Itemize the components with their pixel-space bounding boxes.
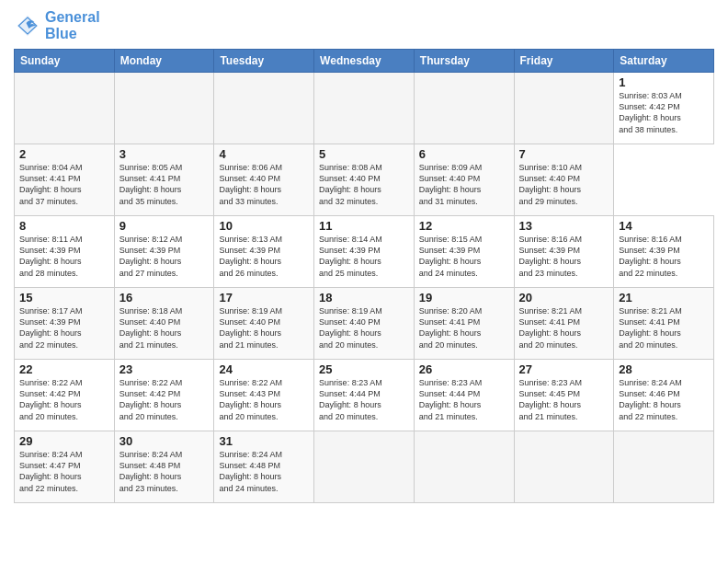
calendar-cell-day: 26Sunrise: 8:23 AMSunset: 4:44 PMDayligh… xyxy=(414,360,514,431)
day-info: Sunrise: 8:24 AMSunset: 4:46 PMDaylight:… xyxy=(619,377,709,422)
day-info: Sunrise: 8:24 AMSunset: 4:48 PMDaylight:… xyxy=(219,449,309,494)
logo-text: General Blue xyxy=(45,9,100,41)
day-number: 14 xyxy=(619,219,709,233)
day-info: Sunrise: 8:05 AMSunset: 4:41 PMDaylight:… xyxy=(119,162,210,207)
day-number: 15 xyxy=(19,291,109,304)
day-info: Sunrise: 8:24 AMSunset: 4:47 PMDaylight:… xyxy=(19,449,109,494)
calendar-cell-day: 31Sunrise: 8:24 AMSunset: 4:48 PMDayligh… xyxy=(214,431,314,503)
calendar-cell-day: 8Sunrise: 8:11 AMSunset: 4:39 PMDaylight… xyxy=(15,216,115,288)
calendar-table: SundayMondayTuesdayWednesdayThursdayFrid… xyxy=(14,49,714,503)
day-info: Sunrise: 8:11 AMSunset: 4:39 PMDaylight:… xyxy=(19,234,109,279)
calendar-cell-empty xyxy=(15,73,115,144)
day-number: 30 xyxy=(119,434,210,448)
day-number: 12 xyxy=(419,219,509,233)
calendar-week-row: 29Sunrise: 8:24 AMSunset: 4:47 PMDayligh… xyxy=(15,431,714,503)
calendar-cell-day: 21Sunrise: 8:21 AMSunset: 4:41 PMDayligh… xyxy=(614,288,714,360)
calendar-cell-empty xyxy=(214,73,314,144)
calendar-cell-day: 4Sunrise: 8:06 AMSunset: 4:40 PMDaylight… xyxy=(214,144,314,216)
calendar-week-row: 15Sunrise: 8:17 AMSunset: 4:39 PMDayligh… xyxy=(15,288,714,360)
calendar-cell-day: 30Sunrise: 8:24 AMSunset: 4:48 PMDayligh… xyxy=(114,431,214,503)
page-header: General Blue xyxy=(14,9,714,41)
day-number: 27 xyxy=(519,362,609,376)
calendar-cell-day: 27Sunrise: 8:23 AMSunset: 4:45 PMDayligh… xyxy=(514,360,614,431)
calendar-cell-day: 2Sunrise: 8:04 AMSunset: 4:41 PMDaylight… xyxy=(15,144,115,216)
day-number: 29 xyxy=(19,434,109,448)
calendar-cell-day: 10Sunrise: 8:13 AMSunset: 4:39 PMDayligh… xyxy=(214,216,314,288)
calendar-header-friday: Friday xyxy=(514,50,614,73)
day-number: 11 xyxy=(319,219,409,233)
calendar-header-monday: Monday xyxy=(114,50,214,73)
calendar-header-wednesday: Wednesday xyxy=(314,50,415,73)
day-number: 2 xyxy=(19,147,109,161)
calendar-cell-empty xyxy=(314,431,415,503)
day-info: Sunrise: 8:21 AMSunset: 4:41 PMDaylight:… xyxy=(519,305,609,350)
calendar-header-sunday: Sunday xyxy=(15,50,115,73)
day-number: 3 xyxy=(119,147,210,161)
day-info: Sunrise: 8:06 AMSunset: 4:40 PMDaylight:… xyxy=(219,162,309,207)
calendar-header-saturday: Saturday xyxy=(614,50,714,73)
day-info: Sunrise: 8:14 AMSunset: 4:39 PMDaylight:… xyxy=(319,234,409,279)
day-info: Sunrise: 8:17 AMSunset: 4:39 PMDaylight:… xyxy=(19,305,109,350)
day-number: 1 xyxy=(619,75,709,89)
calendar-cell-day: 25Sunrise: 8:23 AMSunset: 4:44 PMDayligh… xyxy=(314,360,415,431)
day-info: Sunrise: 8:24 AMSunset: 4:48 PMDaylight:… xyxy=(119,449,210,494)
calendar-week-row: 1Sunrise: 8:03 AMSunset: 4:42 PMDaylight… xyxy=(15,73,714,144)
day-number: 23 xyxy=(119,362,210,376)
calendar-cell-day: 15Sunrise: 8:17 AMSunset: 4:39 PMDayligh… xyxy=(15,288,115,360)
calendar-cell-empty xyxy=(514,431,614,503)
day-info: Sunrise: 8:23 AMSunset: 4:44 PMDaylight:… xyxy=(419,377,509,422)
day-info: Sunrise: 8:18 AMSunset: 4:40 PMDaylight:… xyxy=(119,305,210,350)
day-info: Sunrise: 8:23 AMSunset: 4:44 PMDaylight:… xyxy=(319,377,409,422)
calendar-cell-day: 19Sunrise: 8:20 AMSunset: 4:41 PMDayligh… xyxy=(414,288,514,360)
day-number: 31 xyxy=(219,434,309,448)
calendar-cell-empty xyxy=(414,431,514,503)
day-info: Sunrise: 8:16 AMSunset: 4:39 PMDaylight:… xyxy=(519,234,609,279)
calendar-cell-empty xyxy=(314,73,415,144)
calendar-header-thursday: Thursday xyxy=(414,50,514,73)
calendar-cell-day: 1Sunrise: 8:03 AMSunset: 4:42 PMDaylight… xyxy=(614,73,714,144)
day-info: Sunrise: 8:19 AMSunset: 4:40 PMDaylight:… xyxy=(219,305,309,350)
calendar-cell-day: 17Sunrise: 8:19 AMSunset: 4:40 PMDayligh… xyxy=(214,288,314,360)
day-info: Sunrise: 8:22 AMSunset: 4:42 PMDaylight:… xyxy=(119,377,210,422)
day-number: 20 xyxy=(519,291,609,304)
calendar-cell-day: 18Sunrise: 8:19 AMSunset: 4:40 PMDayligh… xyxy=(314,288,415,360)
calendar-cell-day: 13Sunrise: 8:16 AMSunset: 4:39 PMDayligh… xyxy=(514,216,614,288)
calendar-cell-day: 22Sunrise: 8:22 AMSunset: 4:42 PMDayligh… xyxy=(15,360,115,431)
day-number: 26 xyxy=(419,362,509,376)
calendar-cell-day: 3Sunrise: 8:05 AMSunset: 4:41 PMDaylight… xyxy=(114,144,214,216)
day-info: Sunrise: 8:22 AMSunset: 4:42 PMDaylight:… xyxy=(19,377,109,422)
calendar-cell-day: 11Sunrise: 8:14 AMSunset: 4:39 PMDayligh… xyxy=(314,216,415,288)
calendar-cell-day: 6Sunrise: 8:09 AMSunset: 4:40 PMDaylight… xyxy=(414,144,514,216)
day-number: 4 xyxy=(219,147,309,161)
calendar-cell-day: 16Sunrise: 8:18 AMSunset: 4:40 PMDayligh… xyxy=(114,288,214,360)
page-container: General Blue SundayMondayTuesdayWednesda… xyxy=(0,0,728,512)
day-number: 8 xyxy=(19,219,109,233)
logo: General Blue xyxy=(14,9,100,41)
calendar-cell-day: 14Sunrise: 8:16 AMSunset: 4:39 PMDayligh… xyxy=(614,216,714,288)
calendar-cell-day: 5Sunrise: 8:08 AMSunset: 4:40 PMDaylight… xyxy=(314,144,415,216)
calendar-cell-day: 28Sunrise: 8:24 AMSunset: 4:46 PMDayligh… xyxy=(614,360,714,431)
day-info: Sunrise: 8:21 AMSunset: 4:41 PMDaylight:… xyxy=(619,305,709,350)
day-number: 6 xyxy=(419,147,509,161)
day-number: 10 xyxy=(219,219,309,233)
calendar-cell-day: 24Sunrise: 8:22 AMSunset: 4:43 PMDayligh… xyxy=(214,360,314,431)
day-info: Sunrise: 8:22 AMSunset: 4:43 PMDaylight:… xyxy=(219,377,309,422)
day-info: Sunrise: 8:10 AMSunset: 4:40 PMDaylight:… xyxy=(519,162,609,207)
day-number: 19 xyxy=(419,291,509,304)
logo-icon xyxy=(14,12,41,40)
day-info: Sunrise: 8:13 AMSunset: 4:39 PMDaylight:… xyxy=(219,234,309,279)
calendar-cell-day: 23Sunrise: 8:22 AMSunset: 4:42 PMDayligh… xyxy=(114,360,214,431)
calendar-week-row: 8Sunrise: 8:11 AMSunset: 4:39 PMDaylight… xyxy=(15,216,714,288)
day-info: Sunrise: 8:09 AMSunset: 4:40 PMDaylight:… xyxy=(419,162,509,207)
calendar-week-row: 2Sunrise: 8:04 AMSunset: 4:41 PMDaylight… xyxy=(15,144,714,216)
day-info: Sunrise: 8:08 AMSunset: 4:40 PMDaylight:… xyxy=(319,162,409,207)
day-info: Sunrise: 8:19 AMSunset: 4:40 PMDaylight:… xyxy=(319,305,409,350)
day-info: Sunrise: 8:15 AMSunset: 4:39 PMDaylight:… xyxy=(419,234,509,279)
day-info: Sunrise: 8:03 AMSunset: 4:42 PMDaylight:… xyxy=(619,90,709,135)
calendar-cell-day: 20Sunrise: 8:21 AMSunset: 4:41 PMDayligh… xyxy=(514,288,614,360)
day-info: Sunrise: 8:23 AMSunset: 4:45 PMDaylight:… xyxy=(519,377,609,422)
day-number: 7 xyxy=(519,147,609,161)
day-number: 13 xyxy=(519,219,609,233)
day-number: 18 xyxy=(319,291,409,304)
calendar-cell-empty xyxy=(514,73,614,144)
